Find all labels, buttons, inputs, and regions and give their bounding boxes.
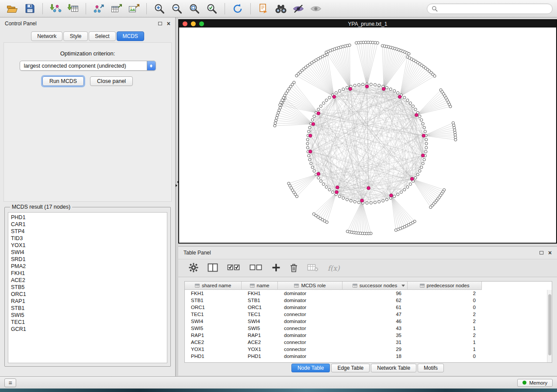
criterion-dropdown[interactable]: largest connected component (undirected) bbox=[20, 61, 156, 71]
cell-successor-nodes[interactable]: 43 bbox=[343, 326, 408, 331]
cell-shared-name[interactable]: SWI4 bbox=[185, 319, 242, 324]
run-mcds-button[interactable]: Run MCDS bbox=[42, 76, 84, 86]
result-node[interactable]: FKH1 bbox=[8, 270, 167, 277]
import-network-button[interactable] bbox=[48, 2, 63, 16]
cell-successor-nodes[interactable]: 62 bbox=[343, 298, 408, 303]
show-all-button[interactable] bbox=[308, 2, 324, 16]
refresh-view-button[interactable] bbox=[230, 2, 246, 16]
cell-successor-nodes[interactable]: 61 bbox=[343, 305, 408, 310]
result-node[interactable]: GCR1 bbox=[8, 326, 167, 333]
cell-predecessor-nodes[interactable]: 2 bbox=[408, 291, 482, 296]
show-panels-button[interactable]: ≡ bbox=[4, 378, 16, 387]
close-panel-icon[interactable]: × bbox=[167, 21, 170, 27]
table-row[interactable]: ACE2ACE2connector311 bbox=[185, 339, 552, 346]
table-row[interactable]: FKH1FKH1dominator962 bbox=[185, 290, 552, 297]
cell-MCDS-role[interactable]: dominator bbox=[278, 305, 343, 310]
result-node[interactable]: STB1 bbox=[8, 305, 167, 312]
table-row[interactable]: STB1STB1dominator620 bbox=[185, 297, 552, 304]
tab-mcds[interactable]: MCDS bbox=[117, 31, 144, 41]
table-row[interactable]: PHD1PHD1dominator180 bbox=[185, 353, 552, 360]
delete-column-button[interactable] bbox=[290, 263, 298, 274]
cell-successor-nodes[interactable]: 31 bbox=[343, 340, 408, 345]
select-all-button[interactable] bbox=[227, 263, 240, 273]
tab-style[interactable]: Style bbox=[63, 31, 88, 41]
table-row[interactable]: ORC1ORC1dominator610 bbox=[185, 304, 552, 311]
show-columns-button[interactable] bbox=[208, 263, 218, 273]
column-header-successor-nodes[interactable]: successor nodes bbox=[343, 282, 408, 290]
cell-predecessor-nodes[interactable]: 0 bbox=[408, 305, 482, 310]
mcds-result-list[interactable]: PHD1CAR1STP4TID3YOX1SWI4SRD1PMA2FKH1ACE2… bbox=[8, 212, 167, 363]
result-node[interactable]: TEC1 bbox=[8, 319, 167, 326]
table-row[interactable]: YOX1YOX1connector291 bbox=[185, 346, 552, 353]
cell-MCDS-role[interactable]: connector bbox=[278, 347, 343, 352]
cell-shared-name[interactable]: ORC1 bbox=[185, 305, 242, 310]
cell-shared-name[interactable]: FKH1 bbox=[185, 291, 242, 296]
cell-MCDS-role[interactable]: connector bbox=[278, 326, 343, 331]
cell-name[interactable]: YOX1 bbox=[242, 347, 278, 352]
cell-successor-nodes[interactable]: 46 bbox=[343, 319, 408, 324]
tab-network[interactable]: Network bbox=[31, 31, 62, 41]
tab-node-table[interactable]: Node Table bbox=[291, 364, 330, 372]
cell-shared-name[interactable]: TEC1 bbox=[185, 312, 242, 317]
cell-MCDS-role[interactable]: connector bbox=[278, 312, 343, 317]
cell-predecessor-nodes[interactable]: 0 bbox=[408, 298, 482, 303]
hide-selected-button[interactable] bbox=[291, 2, 306, 16]
cell-MCDS-role[interactable]: dominator bbox=[278, 319, 343, 324]
dropdown-stepper-icon[interactable] bbox=[147, 61, 156, 70]
add-column-button[interactable] bbox=[272, 263, 280, 273]
global-search-field[interactable] bbox=[427, 3, 553, 14]
table-row[interactable]: SWI5SWI5connector431 bbox=[185, 325, 552, 332]
float-table-panel-icon[interactable] bbox=[540, 251, 543, 254]
cell-predecessor-nodes[interactable]: 1 bbox=[408, 326, 482, 331]
export-table-button[interactable] bbox=[108, 2, 124, 16]
table-scrollbar[interactable] bbox=[547, 290, 552, 362]
result-node[interactable]: SWI5 bbox=[8, 312, 167, 319]
cell-name[interactable]: TEC1 bbox=[242, 312, 278, 317]
cell-shared-name[interactable]: STB1 bbox=[185, 298, 242, 303]
cell-shared-name[interactable]: YOX1 bbox=[185, 347, 242, 352]
clear-table-button[interactable] bbox=[307, 263, 318, 273]
table-settings-button[interactable] bbox=[189, 263, 198, 274]
memory-button[interactable]: Memory bbox=[517, 379, 553, 387]
result-node[interactable]: PMA2 bbox=[8, 263, 167, 270]
tab-network-table[interactable]: Network Table bbox=[371, 364, 416, 372]
cell-predecessor-nodes[interactable]: 2 bbox=[408, 319, 482, 324]
column-header-shared-name[interactable]: shared name bbox=[185, 282, 242, 290]
cell-MCDS-role[interactable]: dominator bbox=[278, 291, 343, 296]
sort-dropdown-icon[interactable] bbox=[401, 285, 405, 289]
zoom-out-button[interactable] bbox=[169, 2, 185, 16]
network-window-titlebar[interactable]: YPA_prune.txt_1 bbox=[179, 20, 556, 28]
table-row[interactable]: SWI4SWI4dominator462 bbox=[185, 318, 552, 325]
cell-MCDS-role[interactable]: dominator bbox=[278, 298, 343, 303]
table-row[interactable]: TEC1TEC1connector472 bbox=[185, 311, 552, 318]
cell-MCDS-role[interactable]: connector bbox=[278, 340, 343, 345]
export-image-button[interactable] bbox=[126, 2, 142, 16]
cell-name[interactable]: SWI5 bbox=[242, 326, 278, 331]
cell-name[interactable]: ORC1 bbox=[242, 305, 278, 310]
cell-MCDS-role[interactable]: dominator bbox=[278, 354, 343, 359]
cell-successor-nodes[interactable]: 35 bbox=[343, 333, 408, 338]
cell-MCDS-role[interactable]: dominator bbox=[278, 333, 343, 338]
cell-shared-name[interactable]: RAP1 bbox=[185, 333, 242, 338]
column-header-predecessor-nodes[interactable]: predecessor nodes bbox=[408, 282, 482, 290]
float-panel-icon[interactable] bbox=[158, 22, 162, 25]
result-node[interactable]: YOX1 bbox=[8, 242, 167, 249]
result-node[interactable]: ORC1 bbox=[8, 291, 167, 298]
column-header-name[interactable]: name bbox=[242, 282, 278, 290]
cell-name[interactable]: RAP1 bbox=[242, 333, 278, 338]
search-input[interactable] bbox=[440, 6, 548, 12]
zoom-fit-button[interactable] bbox=[187, 2, 202, 16]
cell-predecessor-nodes[interactable]: 2 bbox=[408, 312, 482, 317]
close-panel-button[interactable]: Close panel bbox=[90, 76, 133, 86]
clone-network-button[interactable] bbox=[256, 2, 271, 16]
column-header-MCDS-role[interactable]: MCDS role bbox=[278, 282, 343, 290]
find-button[interactable] bbox=[273, 2, 289, 16]
result-node[interactable]: RAP1 bbox=[8, 298, 167, 305]
cell-predecessor-nodes[interactable]: 0 bbox=[408, 354, 482, 359]
cell-name[interactable]: FKH1 bbox=[242, 291, 278, 296]
tab-select[interactable]: Select bbox=[89, 31, 115, 41]
table-row[interactable]: RAP1RAP1dominator352 bbox=[185, 332, 552, 339]
cell-shared-name[interactable]: SWI5 bbox=[185, 326, 242, 331]
result-node[interactable]: TID3 bbox=[8, 235, 167, 242]
tab-edge-table[interactable]: Edge Table bbox=[331, 364, 370, 372]
